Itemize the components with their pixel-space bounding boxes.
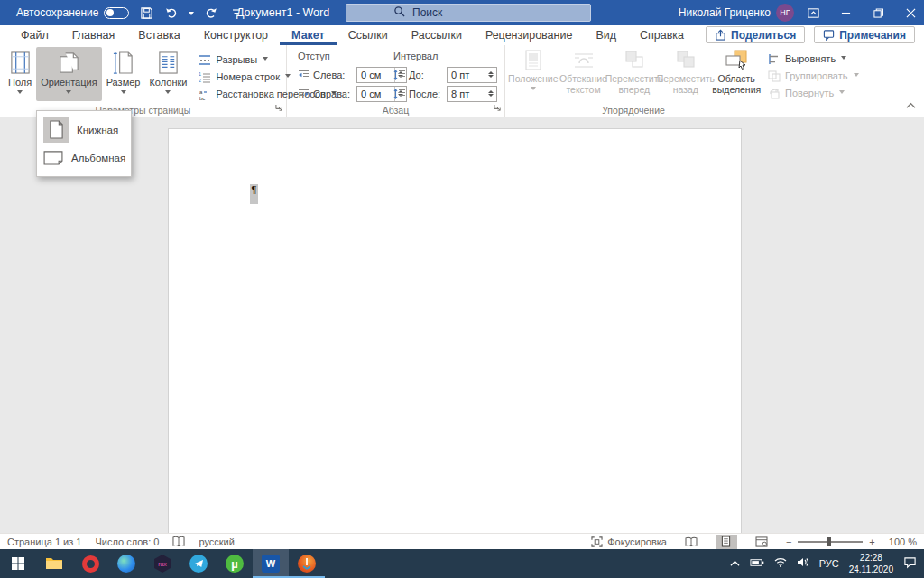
orientation-menu: Книжная Альбомная bbox=[36, 110, 132, 177]
save-icon[interactable] bbox=[138, 4, 154, 22]
breaks-icon bbox=[199, 54, 211, 66]
tab-design[interactable]: Конструктор bbox=[192, 25, 280, 45]
indent-right-icon bbox=[298, 89, 310, 99]
menu-item-portrait[interactable]: Книжная bbox=[37, 116, 131, 144]
document-area[interactable]: ¶ bbox=[0, 117, 924, 533]
tab-insert[interactable]: Вставка bbox=[126, 25, 191, 45]
menu-item-landscape[interactable]: Альбомная bbox=[37, 144, 131, 172]
dialog-launcher-icon[interactable] bbox=[494, 102, 502, 115]
selection-pane-button[interactable]: Область выделения bbox=[711, 48, 762, 96]
portrait-icon bbox=[43, 117, 69, 143]
tab-file[interactable]: Файл bbox=[9, 25, 60, 45]
chevron-down-icon bbox=[839, 90, 845, 97]
word-count[interactable]: Число слов: 0 bbox=[95, 534, 159, 549]
indent-left-label: Слева: bbox=[313, 70, 353, 80]
spacing-after-field[interactable]: 8 пт bbox=[447, 86, 497, 102]
margins-button[interactable]: Поля bbox=[4, 47, 36, 101]
text-wrap-icon bbox=[573, 50, 595, 71]
chevron-down-icon bbox=[531, 87, 536, 93]
redo-icon[interactable] bbox=[203, 4, 219, 22]
action-center-icon[interactable] bbox=[903, 556, 917, 572]
account-name[interactable]: Николай Гриценко bbox=[679, 6, 771, 19]
avatar[interactable]: НГ bbox=[776, 4, 794, 22]
zoom-slider[interactable] bbox=[798, 541, 863, 543]
tab-review[interactable]: Рецензирование bbox=[474, 25, 585, 45]
read-mode-button[interactable] bbox=[680, 535, 702, 549]
orientation-icon bbox=[57, 51, 81, 75]
language-indicator[interactable]: русский bbox=[199, 534, 234, 549]
taskbar-icon-telegram[interactable] bbox=[180, 549, 217, 578]
columns-button[interactable]: Колонки bbox=[144, 47, 191, 101]
collapse-ribbon-icon[interactable] bbox=[906, 99, 916, 112]
page-indicator[interactable]: Страница 1 из 1 bbox=[7, 534, 81, 549]
minimize-button[interactable] bbox=[832, 0, 859, 25]
tab-help[interactable]: Справка bbox=[628, 25, 696, 45]
share-button[interactable]: Поделиться bbox=[706, 26, 805, 43]
dialog-launcher-icon[interactable] bbox=[275, 102, 283, 115]
group-align-stack: Выровнять Группировать Повернуть bbox=[762, 45, 916, 117]
clock[interactable]: 22:28 24.11.2020 bbox=[849, 552, 893, 575]
zoom-out-button[interactable]: − bbox=[786, 536, 791, 547]
spacing-after-icon bbox=[393, 89, 405, 99]
taskbar-icon-explorer[interactable] bbox=[36, 549, 72, 578]
undo-icon[interactable] bbox=[163, 4, 180, 22]
selection-pane-icon bbox=[725, 50, 748, 71]
zoom-level[interactable]: 100 % bbox=[889, 536, 917, 547]
position-icon bbox=[523, 50, 543, 71]
tab-view[interactable]: Вид bbox=[584, 25, 628, 45]
comment-icon bbox=[823, 29, 835, 41]
tab-layout[interactable]: Макет bbox=[280, 25, 337, 45]
text-wrap-button: Обтекание текстом bbox=[559, 48, 609, 96]
align-button[interactable]: Выровнять bbox=[768, 51, 916, 66]
group-icon bbox=[768, 70, 781, 82]
svg-text:bc: bc bbox=[199, 96, 205, 100]
spinner-icon bbox=[485, 68, 496, 82]
line-numbers-icon: 12 bbox=[199, 71, 211, 83]
close-button[interactable] bbox=[897, 0, 924, 25]
tab-references[interactable]: Ссылки bbox=[337, 25, 400, 45]
autosave-toggle[interactable]: Автосохранение bbox=[16, 6, 129, 19]
spacing-before-field[interactable]: 0 пт bbox=[447, 67, 497, 83]
language-switcher[interactable]: РУС bbox=[819, 558, 839, 569]
tray-expand-icon[interactable] bbox=[730, 557, 740, 570]
size-button[interactable]: Размер bbox=[102, 47, 145, 101]
comments-button[interactable]: Примечания bbox=[814, 26, 915, 43]
battery-icon[interactable] bbox=[750, 557, 764, 570]
ribbon: Поля Ориентация Размер Колонки bbox=[0, 45, 924, 117]
taskbar-icon-orange-app[interactable] bbox=[289, 549, 325, 578]
group-label-paragraph: Абзац bbox=[287, 105, 504, 116]
start-button[interactable] bbox=[0, 549, 36, 578]
zoom-slider-thumb[interactable] bbox=[827, 537, 831, 546]
paragraph-mark: ¶ bbox=[250, 184, 258, 204]
chevron-down-icon bbox=[841, 56, 846, 62]
search-input[interactable]: Поиск bbox=[346, 4, 591, 22]
orientation-button[interactable]: Ориентация bbox=[36, 47, 101, 101]
restore-button[interactable] bbox=[864, 0, 892, 25]
ribbon-display-options-icon[interactable] bbox=[799, 0, 827, 25]
taskbar-icon-opera[interactable] bbox=[72, 549, 108, 578]
web-layout-button[interactable] bbox=[751, 535, 772, 549]
spacing-before-label: До: bbox=[409, 70, 443, 80]
group-paragraph: Отступ Слева: 0 см Справа: 0 см bbox=[287, 45, 505, 117]
document-page[interactable]: ¶ bbox=[168, 128, 742, 533]
title-bar: Автосохранение Документ1 - Word Поиск bbox=[0, 0, 924, 25]
volume-icon[interactable] bbox=[797, 557, 809, 570]
size-icon bbox=[112, 51, 134, 75]
zoom-in-button[interactable]: + bbox=[869, 536, 874, 547]
taskbar-icon-edge[interactable] bbox=[108, 549, 144, 578]
taskbar-icon-word[interactable]: W bbox=[253, 549, 289, 578]
taskbar-icon-utorrent[interactable]: µ bbox=[217, 549, 253, 578]
document-title: Документ1 - Word bbox=[236, 0, 329, 25]
taskbar-icon-hex-app[interactable]: rax bbox=[144, 549, 180, 578]
spinner-icon bbox=[485, 87, 496, 101]
tab-mailings[interactable]: Рассылки bbox=[400, 25, 474, 45]
tab-home[interactable]: Главная bbox=[60, 25, 127, 45]
wifi-icon[interactable] bbox=[774, 557, 787, 570]
print-layout-button[interactable] bbox=[716, 535, 737, 549]
undo-dropdown-icon[interactable] bbox=[189, 12, 194, 18]
autosave-switch[interactable] bbox=[104, 7, 129, 19]
focus-mode-button[interactable]: Фокусировка bbox=[591, 534, 667, 549]
proofing-icon[interactable] bbox=[172, 534, 185, 549]
position-button: Положение bbox=[508, 48, 559, 96]
rotate-icon bbox=[768, 88, 781, 99]
